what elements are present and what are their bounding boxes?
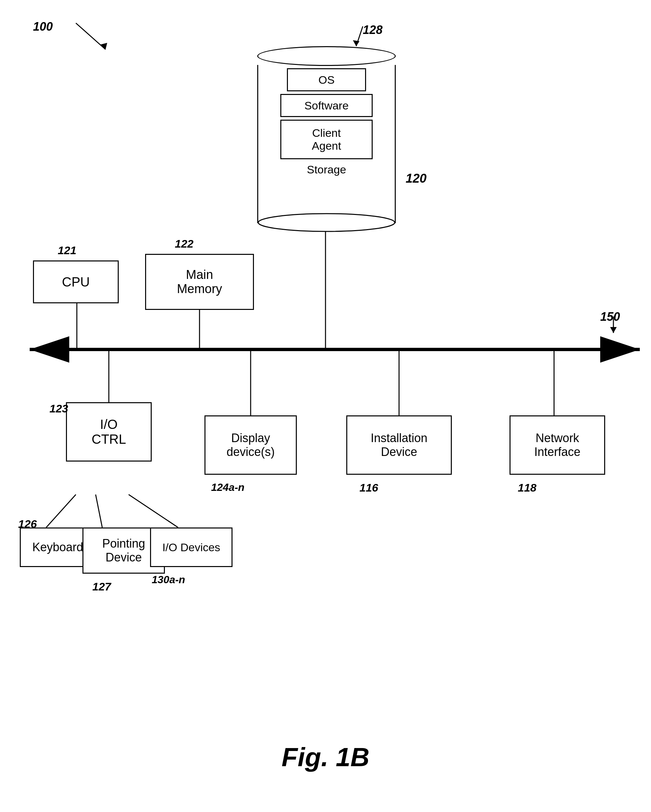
svg-line-12 — [128, 495, 178, 528]
ref-127: 127 — [92, 580, 111, 593]
io-devices-box: I/O Devices — [150, 528, 232, 567]
cpu-box: CPU — [33, 261, 119, 303]
arrow-128 — [346, 23, 379, 49]
ref-126: 126 — [18, 517, 37, 530]
ref-116: 116 — [359, 481, 378, 494]
installation-device-box: InstallationDevice — [346, 415, 452, 475]
svg-line-11 — [96, 495, 102, 528]
ref-120: 120 — [406, 171, 426, 186]
cylinder-top — [257, 46, 396, 66]
client-agent-box: ClientAgent — [280, 120, 373, 159]
os-box: OS — [287, 68, 366, 91]
network-interface-box: NetworkInterface — [509, 415, 605, 475]
diagram: 100 128 OS Software ClientAgent — [0, 0, 651, 812]
io-ctrl-box: I/OCTRL — [66, 402, 152, 461]
svg-line-10 — [46, 495, 76, 528]
ref-100: 100 — [33, 20, 53, 34]
ref-121: 121 — [58, 244, 76, 257]
ref-124an: 124a-n — [211, 481, 245, 493]
software-box: Software — [280, 94, 373, 117]
svg-line-13 — [76, 23, 105, 49]
display-box: Displaydevice(s) — [205, 415, 297, 475]
cylinder-body: OS Software ClientAgent Storage — [257, 65, 396, 223]
cylinder-storage: OS Software ClientAgent Storage — [257, 46, 396, 223]
svg-point-17 — [258, 214, 395, 231]
figure-caption: Fig. 1B — [282, 742, 370, 772]
svg-marker-16 — [353, 40, 359, 46]
arrow-100 — [73, 20, 112, 53]
storage-label: Storage — [307, 163, 346, 176]
ref-118: 118 — [518, 481, 536, 494]
cylinder-bottom — [257, 213, 396, 232]
ref-122: 122 — [175, 237, 194, 250]
ref-130an: 130a-n — [152, 574, 185, 586]
svg-marker-19 — [610, 327, 617, 333]
ref-123: 123 — [49, 402, 68, 415]
arrow-150 — [607, 313, 640, 340]
main-memory-box: MainMemory — [145, 254, 254, 310]
